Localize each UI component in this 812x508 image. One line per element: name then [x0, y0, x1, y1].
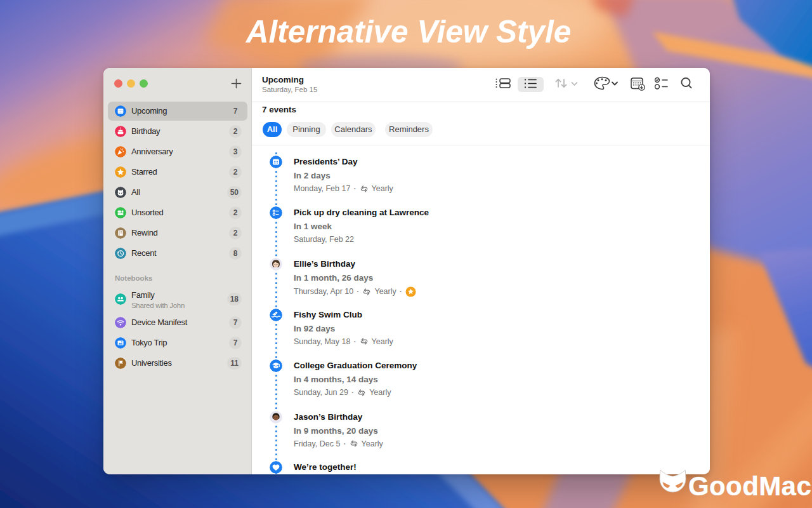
- svg-text:GoodMac: GoodMac: [688, 471, 811, 501]
